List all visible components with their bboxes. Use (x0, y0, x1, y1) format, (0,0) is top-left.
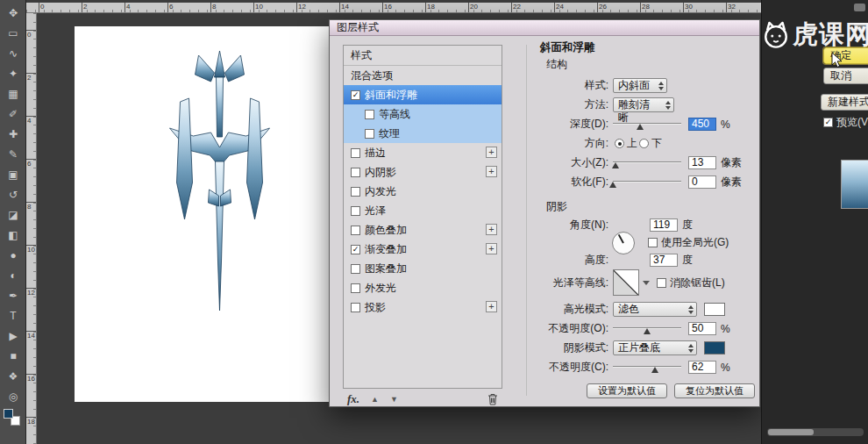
panel-collapse-icon[interactable] (854, 4, 865, 11)
add-effect-icon[interactable]: + (486, 301, 497, 312)
fx-icon[interactable]: fx. (347, 392, 359, 406)
technique-select[interactable]: 雕刻清晰 (613, 97, 674, 112)
angle-dial[interactable] (612, 232, 635, 254)
style-item-checkbox[interactable] (365, 110, 374, 119)
soften-input[interactable]: 0 (688, 175, 716, 189)
brush-tool[interactable]: ✎ (0, 145, 26, 164)
highlight-opacity-slider[interactable] (613, 322, 681, 335)
angle-input[interactable]: 119 (650, 218, 678, 232)
style-item-checkbox[interactable] (351, 187, 360, 197)
preview-checkbox[interactable] (823, 118, 833, 127)
eyedropper-tool[interactable]: ✐ (0, 104, 26, 124)
gloss-contour-picker[interactable] (613, 269, 639, 296)
quick-selection-tool[interactable]: ✦ (0, 64, 26, 83)
depth-input[interactable]: 450 (688, 118, 716, 131)
zoom-tool[interactable]: ◎ (0, 387, 26, 406)
dialog-titlebar[interactable]: 图层样式 (330, 20, 759, 36)
eraser-tool[interactable]: ◪ (0, 205, 26, 225)
style-item-checkbox[interactable] (351, 168, 360, 177)
ruler-mark: 2 (26, 73, 36, 82)
canvas[interactable] (75, 26, 331, 402)
blur-tool[interactable]: ● (0, 246, 26, 265)
crop-tool[interactable]: ▦ (0, 84, 26, 104)
style-item-checkbox[interactable] (351, 90, 360, 100)
add-effect-icon[interactable]: + (486, 166, 497, 177)
style-item-12[interactable]: 投影+ (344, 297, 502, 317)
add-effect-icon[interactable]: + (486, 243, 497, 254)
shape-tool[interactable]: ■ (0, 347, 26, 366)
slider-thumb[interactable] (651, 367, 658, 373)
style-item-5[interactable]: 内阴影+ (344, 162, 502, 182)
delete-effect-button[interactable] (487, 393, 498, 405)
history-brush-tool[interactable]: ↺ (0, 185, 26, 204)
style-item-0[interactable]: 混合选项 (344, 66, 502, 85)
style-item-checkbox[interactable] (351, 303, 360, 312)
style-item-checkbox[interactable] (351, 264, 360, 274)
hand-tool[interactable]: ❖ (0, 367, 26, 386)
highlight-mode-select[interactable]: 滤色 (613, 302, 697, 317)
highlight-opacity-input[interactable]: 50 (688, 322, 716, 335)
move-effect-down-button[interactable]: ▼ (390, 395, 398, 404)
slider-thumb[interactable] (609, 182, 616, 188)
gradient-tool[interactable]: ◧ (0, 226, 26, 245)
soften-slider[interactable] (613, 175, 681, 189)
style-item-checkbox[interactable] (351, 283, 360, 293)
style-item-checkbox[interactable] (351, 206, 360, 216)
new-style-button[interactable]: 新建样式(W)... (821, 94, 868, 111)
style-item-7[interactable]: 光泽 (344, 201, 502, 220)
add-effect-icon[interactable]: + (486, 147, 497, 158)
shadow-opacity-input[interactable]: 62 (688, 361, 716, 374)
scrollbar-thumb[interactable] (768, 429, 814, 435)
foreground-background-swatches[interactable] (4, 409, 23, 428)
depth-slider[interactable] (613, 118, 681, 131)
horizontal-scrollbar[interactable] (767, 428, 864, 436)
style-item-checkbox[interactable] (365, 129, 374, 139)
lasso-tool[interactable]: ∿ (0, 44, 26, 63)
global-light-checkbox[interactable] (648, 238, 658, 247)
style-item-checkbox[interactable] (351, 148, 360, 158)
bevel-style-select[interactable]: 内斜面 (613, 78, 667, 93)
slider-thumb[interactable] (644, 328, 651, 334)
direction-up-radio[interactable] (615, 139, 624, 148)
style-item-1[interactable]: 斜面和浮雕 (344, 85, 502, 104)
highlight-color-swatch[interactable] (704, 303, 725, 316)
pen-tool[interactable]: ✒ (0, 286, 26, 305)
shadow-opacity-slider[interactable] (613, 361, 681, 374)
style-item-8[interactable]: 颜色叠加+ (344, 220, 502, 240)
ok-button[interactable]: 确定 (823, 47, 868, 64)
style-item-2[interactable]: 等高线 (344, 104, 502, 124)
style-item-10[interactable]: 图案叠加 (344, 259, 502, 278)
contour-dropdown-icon[interactable] (643, 281, 650, 285)
set-default-button[interactable]: 设置为默认值 (587, 383, 667, 398)
healing-brush-tool[interactable]: ✚ (0, 125, 26, 144)
direction-down-radio[interactable] (639, 139, 649, 148)
shadow-color-swatch[interactable] (704, 341, 725, 354)
dodge-tool[interactable]: ◐ (0, 266, 26, 285)
style-item-checkbox[interactable] (351, 226, 360, 235)
shadow-mode-select[interactable]: 正片叠底 (613, 340, 697, 355)
move-effect-up-button[interactable]: ▲ (371, 395, 379, 404)
type-tool[interactable]: T (0, 306, 26, 326)
settings-title: 斜面和浮雕 (540, 40, 595, 55)
style-item-9[interactable]: 渐变叠加+ (344, 240, 502, 259)
altitude-input[interactable]: 37 (650, 254, 678, 267)
style-item-checkbox[interactable] (351, 245, 360, 254)
ruler-mark: 18 (26, 417, 36, 426)
size-input[interactable]: 13 (688, 156, 716, 169)
foreground-color-swatch[interactable] (4, 409, 13, 419)
add-effect-icon[interactable]: + (486, 224, 497, 235)
style-item-3[interactable]: 纹理 (344, 124, 502, 143)
move-tool[interactable]: ✥ (0, 4, 26, 23)
size-slider[interactable] (613, 156, 681, 169)
marquee-tool[interactable]: ▭ (0, 24, 26, 43)
slider-thumb[interactable] (637, 124, 644, 130)
path-selection-tool[interactable]: ▶ (0, 326, 26, 346)
antialias-checkbox[interactable] (657, 278, 666, 288)
reset-default-button[interactable]: 复位为默认值 (674, 383, 755, 398)
clone-stamp-tool[interactable]: ▣ (0, 165, 26, 184)
style-item-11[interactable]: 外发光 (344, 278, 502, 297)
slider-thumb[interactable] (612, 162, 619, 168)
style-item-6[interactable]: 内发光 (344, 182, 502, 201)
style-item-4[interactable]: 描边+ (344, 143, 502, 162)
cancel-button[interactable]: 取消 (823, 68, 868, 84)
